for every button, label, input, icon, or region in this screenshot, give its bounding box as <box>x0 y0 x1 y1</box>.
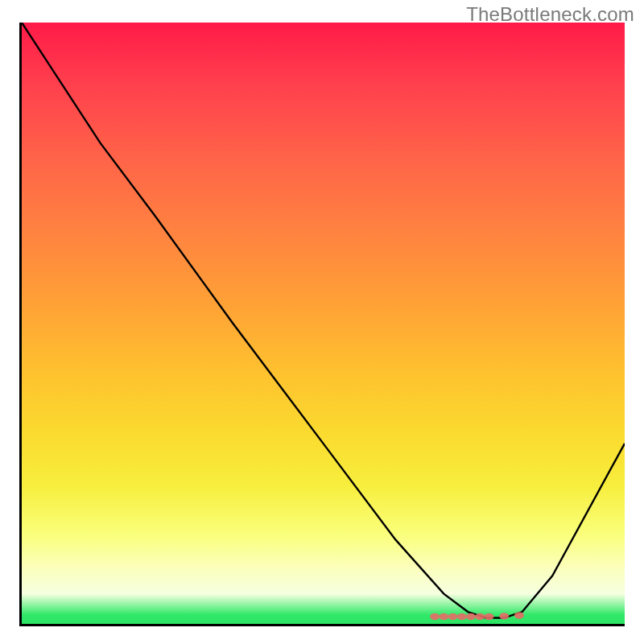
optimal-marker <box>514 612 524 618</box>
watermark-text: TheBottleneck.com <box>466 3 634 26</box>
optimal-marker <box>466 613 476 620</box>
optimal-marker <box>475 613 485 620</box>
optimal-marker <box>499 613 509 619</box>
optimal-marker <box>448 613 458 620</box>
optimal-marker <box>430 613 440 620</box>
optimal-marker <box>457 613 467 620</box>
optimal-marker <box>439 613 448 620</box>
optimal-marker <box>484 613 493 620</box>
chart-plot-area <box>19 23 625 626</box>
optimal-range-dots <box>22 23 625 624</box>
